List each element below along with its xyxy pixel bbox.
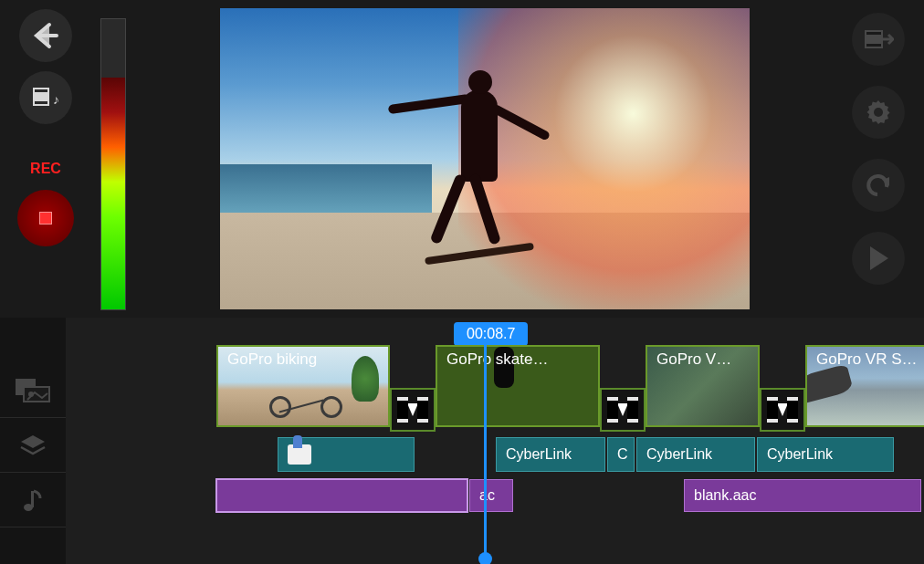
transition[interactable] bbox=[760, 388, 805, 432]
svg-rect-1 bbox=[35, 89, 47, 92]
video-preview[interactable] bbox=[220, 8, 750, 309]
play-button[interactable] bbox=[852, 232, 905, 285]
svg-rect-2 bbox=[35, 101, 47, 104]
gear-icon bbox=[864, 98, 893, 127]
media-library-icon: ♪ bbox=[31, 84, 60, 111]
overlay-track[interactable]: CyberLink C CyberLink CyberLink bbox=[66, 437, 924, 475]
video-clip[interactable]: GoPro biking bbox=[216, 345, 390, 427]
clip-label: GoPro biking bbox=[227, 350, 383, 369]
undo-icon bbox=[865, 172, 892, 198]
overlay-clip[interactable]: CyberLink bbox=[636, 437, 755, 472]
transition-icon bbox=[397, 397, 428, 423]
music-tab-icon bbox=[22, 487, 44, 513]
timeline-panel: 00:08.7 GoPro biking GoPro skate… bbox=[0, 318, 924, 564]
svg-rect-12 bbox=[31, 491, 34, 507]
video-clip[interactable]: GoPro V… bbox=[646, 345, 760, 427]
overlay-clip[interactable]: CyberLink bbox=[757, 437, 894, 472]
clip-label: GoPro VR Skydiving with bbox=[816, 350, 919, 369]
track-tabs bbox=[0, 318, 66, 564]
export-icon bbox=[863, 26, 894, 52]
audio-clip[interactable]: blank.aac bbox=[684, 479, 921, 512]
playhead[interactable] bbox=[484, 343, 487, 564]
right-toolbar bbox=[833, 0, 924, 318]
audio-level-meter bbox=[91, 0, 137, 318]
tab-video-fx[interactable] bbox=[0, 363, 66, 418]
video-clip[interactable]: GoPro skate… bbox=[436, 345, 600, 427]
preview-area bbox=[137, 0, 833, 318]
transition-icon bbox=[607, 397, 638, 423]
clip-label: ac bbox=[479, 487, 495, 504]
record-button[interactable] bbox=[17, 190, 74, 246]
back-button[interactable] bbox=[19, 9, 72, 62]
clip-label: GoPro V… bbox=[656, 350, 752, 369]
stop-icon bbox=[39, 212, 52, 225]
overlay-clip[interactable]: CyberLink bbox=[496, 437, 605, 472]
layers-tab-icon bbox=[19, 433, 47, 457]
tab-audio[interactable] bbox=[0, 473, 66, 527]
transition[interactable] bbox=[600, 388, 646, 432]
clip-label: blank.aac bbox=[694, 487, 757, 504]
clip-label: GoPro skate… bbox=[446, 350, 593, 369]
overlay-clip[interactable]: C bbox=[607, 437, 635, 472]
play-icon bbox=[866, 245, 890, 272]
clip-label: CyberLink bbox=[506, 446, 572, 463]
left-toolbar: ♪ REC bbox=[0, 0, 91, 318]
export-button[interactable] bbox=[852, 13, 905, 66]
tab-layers[interactable] bbox=[0, 418, 66, 473]
media-library-button[interactable]: ♪ bbox=[19, 71, 72, 124]
audio-clip[interactable]: ac bbox=[469, 479, 513, 512]
rec-label: REC bbox=[30, 161, 61, 177]
tab-more[interactable] bbox=[0, 527, 66, 564]
audio-track[interactable]: ac blank.aac bbox=[66, 479, 924, 516]
svg-text:♪: ♪ bbox=[53, 92, 59, 107]
overlay-clip[interactable] bbox=[278, 437, 415, 472]
transition-icon bbox=[767, 397, 798, 423]
back-arrow-icon bbox=[29, 19, 62, 52]
undo-button[interactable] bbox=[852, 159, 905, 212]
svg-point-7 bbox=[874, 108, 883, 117]
fx-tab-icon bbox=[15, 378, 51, 403]
settings-button[interactable] bbox=[852, 86, 905, 139]
meter-fill bbox=[101, 78, 125, 309]
clip-label: CyberLink bbox=[767, 446, 833, 463]
svg-rect-6 bbox=[866, 44, 881, 47]
clip-label: CyberLink bbox=[646, 446, 712, 463]
playhead-timecode[interactable]: 00:08.7 bbox=[454, 322, 528, 346]
svg-rect-5 bbox=[866, 32, 881, 35]
thumbs-up-icon bbox=[288, 444, 311, 465]
preview-subject bbox=[379, 54, 616, 291]
preview-panel: ♪ REC bbox=[0, 0, 924, 318]
clip-label: C bbox=[617, 446, 628, 463]
video-clip[interactable]: GoPro VR Skydiving with bbox=[805, 345, 924, 427]
audio-clip[interactable] bbox=[216, 479, 467, 512]
timeline[interactable]: 00:08.7 GoPro biking GoPro skate… bbox=[66, 318, 924, 564]
transition[interactable] bbox=[390, 388, 436, 432]
video-track[interactable]: GoPro biking GoPro skate… GoPro V… bbox=[66, 345, 924, 432]
